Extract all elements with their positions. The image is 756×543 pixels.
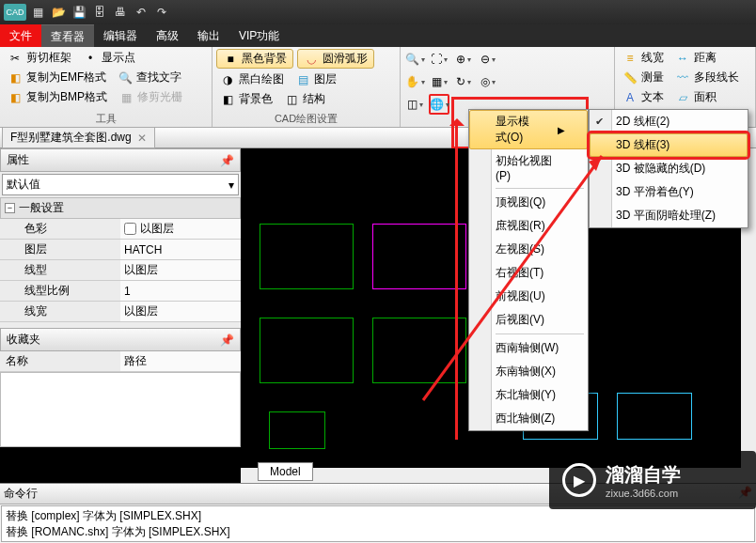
black-bg-button[interactable]: ■黑色背景 — [216, 49, 293, 69]
display-mode-dropdown[interactable]: 🌐 — [429, 94, 449, 115]
prop-value[interactable]: 以图层 — [120, 260, 241, 280]
tab-advanced[interactable]: 高级 — [147, 24, 188, 47]
label: 剪切框架 — [26, 50, 71, 66]
print-icon[interactable]: 🖶 — [113, 5, 128, 20]
menu-top-view[interactable]: 顶视图(Q) — [469, 191, 588, 214]
prop-row-layer[interactable]: 图层HATCH — [0, 240, 241, 260]
show-point-button[interactable]: •显示点 — [79, 49, 139, 67]
label: 黑白绘图 — [239, 71, 284, 87]
menu-label: 3D 被隐藏的线(D) — [616, 161, 705, 177]
text-button[interactable]: A文本 — [619, 88, 668, 106]
menu-sw-iso[interactable]: 西南轴侧(W) — [469, 336, 588, 360]
save-icon[interactable]: 💾 — [71, 5, 87, 20]
menu-ne-iso[interactable]: 东北轴侧(Y) — [469, 383, 588, 407]
ribbon-group-cad-settings: ■黑色背景 ◡圆滑弧形 ◑黑白绘图 ▤图层 ◧背景色 ◫结构 CAD绘图设置 — [213, 47, 401, 127]
zoom-window-dropdown[interactable]: 🔍 — [404, 49, 425, 70]
bw-draw-button[interactable]: ◑黑白绘图 — [216, 70, 288, 88]
pan-dropdown[interactable]: ✋ — [404, 71, 425, 92]
measure-button[interactable]: 📏测量 — [619, 69, 668, 86]
point-icon: • — [83, 51, 98, 66]
area-button[interactable]: ▱面积 — [671, 88, 720, 106]
arc-smooth-button[interactable]: ◡圆滑弧形 — [297, 49, 374, 69]
prop-row-lineweight[interactable]: 线宽以图层 — [0, 302, 241, 322]
cut-frame-button[interactable]: ✂剪切框架 — [4, 49, 75, 67]
menu-front-view[interactable]: 前视图(U) — [469, 285, 588, 308]
zoom-out-dropdown[interactable]: ⊖ — [478, 49, 498, 70]
menu-3d-wireframe[interactable]: 3D 线框(3) — [590, 133, 748, 157]
prop-value[interactable]: 1 — [120, 281, 241, 301]
structure-button[interactable]: ◫结构 — [280, 90, 329, 108]
prop-key: 色彩 — [0, 219, 120, 239]
find-text-button[interactable]: 🔍查找文字 — [114, 69, 185, 86]
prop-value[interactable]: 以图层 — [120, 302, 241, 321]
category-row[interactable]: − 一般设置 — [0, 197, 241, 219]
menu-reset-view[interactable]: 初始化视图(P) — [469, 149, 588, 186]
panel-title: 收藏夹 — [7, 332, 40, 348]
saveall-icon[interactable]: 🗄 — [92, 5, 107, 20]
prop-value[interactable]: HATCH — [120, 240, 241, 259]
pin-icon[interactable]: 📌 — [220, 334, 234, 347]
model-tab[interactable]: Model — [258, 462, 313, 481]
open-icon[interactable]: 📂 — [51, 5, 66, 20]
redo-icon[interactable]: ↷ — [154, 5, 169, 20]
menu-3d-shaded[interactable]: 3D 平滑着色(Y) — [590, 180, 748, 204]
collapse-icon[interactable]: − — [5, 203, 15, 213]
menu-label: 初始化视图(P) — [496, 153, 565, 182]
quick-access-toolbar: ▦ 📂 💾 🗄 🖶 ↶ ↷ — [30, 5, 169, 20]
menu-3d-flat[interactable]: 3D 平面阴暗处理(Z) — [590, 204, 748, 227]
tab-editor[interactable]: 编辑器 — [94, 24, 147, 47]
document-tab-label: F型别墅建筑全套图.dwg — [10, 130, 132, 146]
misc1-dropdown[interactable]: ◫ — [404, 94, 425, 115]
layer-button[interactable]: ▤图层 — [291, 70, 340, 88]
menu-label: 3D 平面阴暗处理(Z) — [616, 208, 716, 224]
rotate-dropdown[interactable]: ↻ — [453, 71, 474, 92]
favorites-columns: 名称 路径 — [0, 351, 241, 372]
undo-icon[interactable]: ↶ — [134, 5, 149, 20]
view-dropdown[interactable]: ▦ — [429, 71, 449, 92]
label: 背景色 — [239, 91, 273, 107]
tab-file[interactable]: 文件 — [0, 24, 41, 47]
menu-se-iso[interactable]: 东南轴侧(X) — [469, 360, 588, 383]
menu-2d-wireframe[interactable]: 2D 线框(2) — [590, 110, 748, 133]
pin-icon[interactable]: 📌 — [220, 154, 234, 167]
distance-button[interactable]: ↔距离 — [671, 49, 720, 67]
tab-output[interactable]: 输出 — [188, 24, 229, 47]
favorites-header: 收藏夹 📌 — [0, 328, 241, 351]
selector-combo[interactable]: 默认值 ▾ — [2, 174, 239, 195]
menu-nw-iso[interactable]: 西北轴侧(Z) — [469, 407, 588, 430]
close-icon[interactable]: ✕ — [137, 132, 147, 145]
label: 测量 — [641, 70, 664, 85]
zoom-in-dropdown[interactable]: ⊕ — [453, 49, 474, 70]
orbit-dropdown[interactable]: ◎ — [478, 71, 498, 92]
prop-value[interactable]: 以图层 — [120, 219, 241, 239]
new-icon[interactable]: ▦ — [30, 5, 45, 20]
command-history[interactable]: 替换 [complex] 字体为 [SIMPLEX.SHX] 替换 [ROMAN… — [1, 505, 755, 542]
bylayer-checkbox[interactable] — [124, 223, 136, 235]
menu-back-view[interactable]: 后视图(V) — [469, 308, 588, 332]
zoom-extents-dropdown[interactable]: ⛶ — [429, 49, 449, 70]
menu-right-view[interactable]: 右视图(T) — [469, 261, 588, 285]
copy-emf-button[interactable]: ◧复制为EMF格式 — [4, 69, 110, 86]
polylen-button[interactable]: 〰多段线长 — [671, 69, 743, 86]
menu-left-view[interactable]: 左视图(S) — [469, 238, 588, 261]
fix-raster-button[interactable]: ▦修剪光栅 — [115, 88, 186, 106]
menu-3d-hidden[interactable]: 3D 被隐藏的线(D) — [590, 157, 748, 180]
prop-row-color[interactable]: 色彩以图层 — [0, 219, 241, 240]
copy-bmp-button[interactable]: ◧复制为BMP格式 — [4, 88, 111, 106]
linewidth-button[interactable]: ≡线宽 — [619, 49, 668, 67]
prop-row-ltscale[interactable]: 线型比例1 — [0, 281, 241, 302]
menu-display-mode[interactable]: 显示模式(O)▶ — [469, 110, 588, 149]
prop-row-linetype[interactable]: 线型以图层 — [0, 260, 241, 281]
polyline-icon: 〰 — [675, 70, 690, 85]
bg-color-button[interactable]: ◧背景色 — [216, 90, 276, 108]
search-icon: 🔍 — [118, 70, 133, 85]
menu-label: 前视图(U) — [496, 288, 545, 304]
tab-vip[interactable]: VIP功能 — [229, 24, 289, 47]
tab-view[interactable]: 查看器 — [41, 24, 94, 47]
title-bar: CAD ▦ 📂 💾 🗄 🖶 ↶ ↷ — [0, 0, 756, 24]
ruler-icon: 📏 — [622, 70, 638, 85]
favorites-list[interactable] — [0, 372, 241, 447]
document-tab[interactable]: F型别墅建筑全套图.dwg ✕ — [2, 127, 155, 148]
menu-separator — [496, 334, 584, 334]
menu-bottom-view[interactable]: 庶视图(R) — [469, 214, 588, 238]
